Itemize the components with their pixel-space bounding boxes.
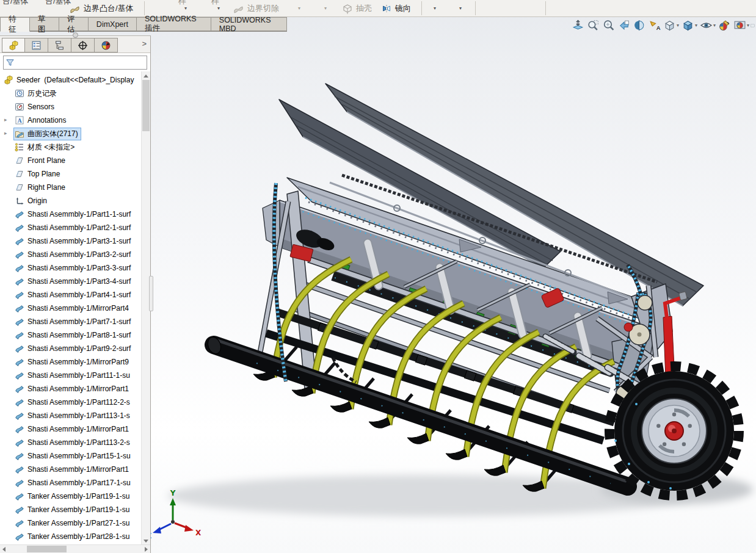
tree-item[interactable]: Shasti Asemmbly-1/Part112-2-s [0,396,142,409]
zoom-to-area-button[interactable] [586,18,601,33]
expand-arrow-icon[interactable]: ▸ [4,116,7,123]
previous-view-button[interactable] [616,18,631,33]
surfbody-icon [15,250,24,259]
hide-show-items-button[interactable] [699,18,714,33]
dropdown-arrow[interactable]: ▾ [695,23,697,28]
tree-item[interactable]: Shasti Asemmbly-1/Part3-4-surf [0,275,142,288]
panel-tab-displaymanager[interactable] [95,38,118,52]
previous-view-icon [617,19,630,32]
tree-item[interactable]: Shasti Asemmbly-1/Part17-1-su [0,476,142,490]
tree-item-label: Shasti Asemmbly-1/Part3-1-surf [27,237,131,245]
panel-tab-featuremanager-design-tree[interactable] [2,38,25,52]
tree-horizontal-scrollbar[interactable] [0,544,150,553]
tree-item[interactable]: Shasti Asemmbly-1/MirrorPart1 [0,422,142,436]
tree-item[interactable]: Shasti Asemmbly-1/MirrorPart1 [0,382,142,396]
scroll-left-arrow[interactable] [2,547,5,552]
tree-item[interactable]: 材质 <未指定> [0,140,142,154]
plane-icon [15,169,24,179]
surffolder-icon [15,129,24,139]
magnifier-button[interactable] [601,18,616,33]
apply-scene-button[interactable] [732,18,747,33]
hide-show-items-icon [700,19,713,32]
tree-item[interactable]: 历史记录 [0,87,142,100]
command-tab-评估[interactable]: 评估 [59,17,89,31]
tree-item[interactable]: Tanker Assembly-1/Part19-1-su [0,503,142,516]
tree-root-item[interactable]: Seeder (Default<<Default>_Display [0,73,142,87]
tree-item-label: Shasti Asemmbly-1/MirrorPart1 [27,385,129,393]
tree-item-label: Shasti Asemmbly-1/Part3-4-surf [27,277,131,286]
mirror-button[interactable]: 镜向 [381,0,411,16]
command-tab-DimXpert[interactable]: DimXpert [89,17,137,31]
zoom-to-fit-button[interactable] [570,18,586,33]
tab-overflow-arrow[interactable]: > [142,39,147,48]
tree-item[interactable]: Tanker Assembly-1/Part19-1-su [0,490,142,503]
dropdown-arrow[interactable]: ▾ [434,5,436,11]
tree-filter-input[interactable] [3,56,147,70]
tree-item[interactable]: Front Plane [0,154,142,167]
tree-item[interactable]: Tanker Assembly-1/Part28-1-su [0,530,142,543]
tree-item[interactable]: Shasti Asemmbly-1/Part11-1-su [0,369,142,382]
dropdown-arrow[interactable]: ▾ [324,5,327,11]
tree-item[interactable]: Origin [0,194,142,208]
dropdown-arrow[interactable]: ▾ [217,5,220,11]
display-style-button[interactable] [680,18,696,33]
mirror-icon [381,3,392,14]
tree-item[interactable]: Shasti Asemmbly-1/Part15-1-su [0,449,142,463]
annotation-visibility-button[interactable]: A [647,18,662,33]
tree-item[interactable]: Shasti Asemmbly-1/MirrorPart1 [0,463,142,476]
dropdown-arrow[interactable]: ▾ [677,23,679,28]
dropdown-arrow[interactable]: ▾ [713,23,716,28]
tree-item[interactable]: ▸AAnnotations [0,114,142,127]
edit-appearance-button[interactable] [717,18,732,33]
tree-item[interactable]: Shasti Asemmbly-1/Part3-3-surf [0,261,142,275]
panel-tab-propertymanager[interactable] [25,38,48,52]
surfbody-icon [15,491,24,501]
command-tab-特征[interactable]: 特征 [0,17,30,32]
section-view-button[interactable] [631,18,647,33]
expand-arrow-icon[interactable]: ▸ [4,129,7,137]
tree-item-label: Shasti Asemmbly-1/Part4-1-surf [27,291,131,299]
tree-item[interactable]: Shasti Asemmbly-1/MirrorPart9 [0,355,142,369]
tree-item[interactable]: Shasti Asemmbly-1/Part4-1-surf [0,288,142,302]
scroll-up-arrow[interactable] [144,74,148,78]
panel-tab-dimxpertmanager[interactable] [71,38,95,52]
panel-splitter-dot[interactable] [73,32,78,38]
scrollbar-thumb[interactable] [142,80,150,131]
surfbody-icon [15,451,24,461]
scroll-right-arrow[interactable] [145,547,148,552]
dropdown-arrow[interactable]: ▾ [184,5,187,11]
dropdown-arrow[interactable]: ▾ [298,5,300,11]
tree-item[interactable]: Shasti Asemmbly-1/MirrorPart4 [0,302,142,315]
dropdown-arrow[interactable]: ▾ [747,23,749,28]
tree-item-label: Tanker Assembly-1/Part27-1-su [27,519,129,527]
tree-item[interactable]: Shasti Asemmbly-1/Part3-2-surf [0,248,142,261]
scrollbar-thumb[interactable] [27,546,67,552]
command-tab-SOLIDWORKS 插件[interactable]: SOLIDWORKS 插件 [137,17,211,31]
dropdown-arrow[interactable]: ▾ [459,5,462,11]
panel-splitter[interactable] [149,276,153,311]
tree-item[interactable]: Shasti Asemmbly-1/Part3-1-surf [0,234,142,248]
boundary-cut-button: 边界切除 [233,0,279,16]
command-tab-SOLIDWORKS MBD[interactable]: SOLIDWORKS MBD [211,17,287,31]
tree-item[interactable]: Tanker Assembly-1/Part27-1-su [0,516,142,530]
surfbody-icon [15,223,24,233]
tree-item-label: Shasti Asemmbly-1/Part15-1-su [27,452,131,460]
tree-item[interactable]: Shasti Asemmbly-1/Part113-1-s [0,409,142,422]
tree-item[interactable]: Shasti Asemmbly-1/Part8-1-surf [0,328,142,342]
surfbody-icon [15,290,24,300]
command-tab-草图[interactable]: 草图 [30,17,59,31]
scroll-down-arrow[interactable] [144,540,148,543]
tree-item[interactable]: ▸曲面实体(2717) [0,127,142,140]
tree-item[interactable]: Right Plane [0,181,142,194]
tree-item[interactable]: Shasti Asemmbly-1/Part7-1-surf [0,315,142,328]
tree-item-label: Tanker Assembly-1/Part19-1-su [27,505,129,514]
tree-item[interactable]: Top Plane [0,167,142,181]
tree-item[interactable]: Shasti Asemmbly-1/Part9-2-surf [0,342,142,355]
tree-item[interactable]: Shasti Asemmbly-1/Part2-1-surf [0,221,142,234]
view-orientation-button[interactable] [662,18,677,33]
tree-item[interactable]: Shasti Asemmbly-1/Part113-2-s [0,436,142,449]
magnifier-icon [602,19,615,32]
tree-item[interactable]: Shasti Asemmbly-1/Part1-1-surf [0,208,142,221]
panel-tab-configurationmanager[interactable] [48,38,71,52]
tree-item[interactable]: Sensors [0,100,142,114]
